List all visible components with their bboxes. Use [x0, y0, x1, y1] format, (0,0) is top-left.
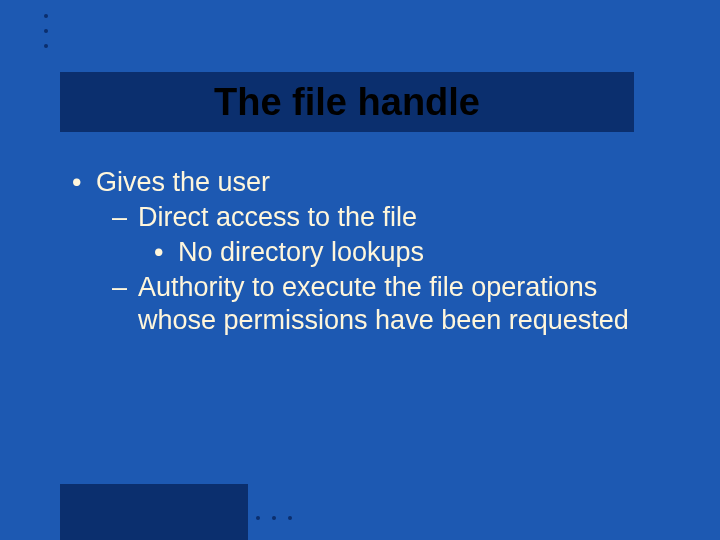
dot-icon: [44, 14, 48, 18]
dot-icon: [256, 516, 260, 520]
dot-icon: [44, 29, 48, 33]
dot-icon: [288, 516, 292, 520]
title-bar: The file handle: [60, 72, 634, 132]
dot-icon: [44, 44, 48, 48]
footer-accent-block: [60, 484, 248, 540]
slide-title: The file handle: [214, 81, 480, 124]
bullet-level2: Authority to execute the file operations…: [68, 271, 660, 337]
decoration-dots-top: [44, 14, 48, 48]
decoration-dots-bottom: [256, 516, 292, 520]
slide-content: Gives the user Direct access to the file…: [68, 166, 660, 339]
bullet-level1: Gives the user: [68, 166, 660, 199]
bullet-level3: No directory lookups: [68, 236, 660, 269]
dot-icon: [272, 516, 276, 520]
bullet-level2: Direct access to the file: [68, 201, 660, 234]
slide: The file handle Gives the user Direct ac…: [0, 0, 720, 540]
